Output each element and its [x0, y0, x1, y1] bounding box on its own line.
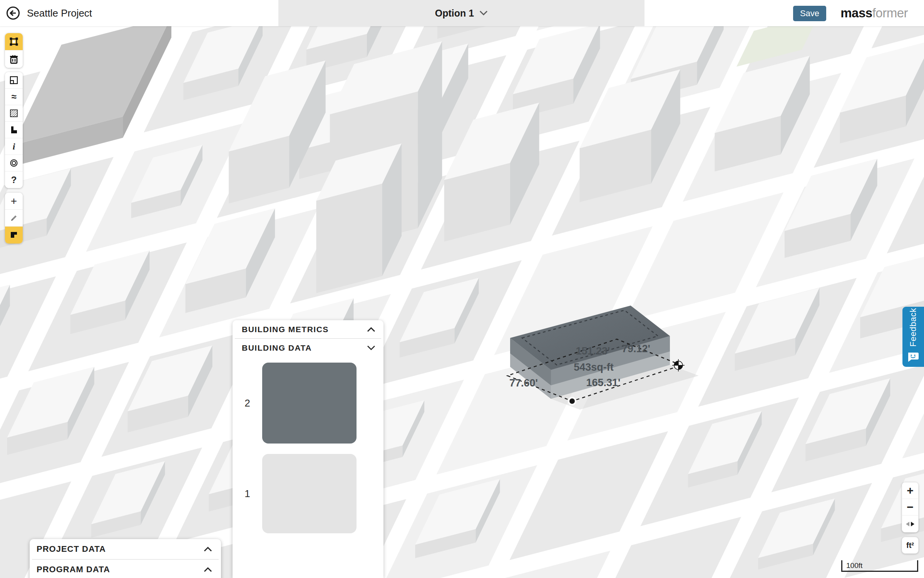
- chevron-up-icon: [203, 567, 213, 572]
- massing-tool-button[interactable]: [5, 227, 23, 244]
- option-selector[interactable]: Option 1: [435, 8, 488, 19]
- building-metrics-header[interactable]: BUILDING METRICS: [233, 320, 383, 338]
- help-icon: ?: [11, 175, 17, 185]
- rotate-arrows-icon: [905, 521, 915, 527]
- zoom-in-button[interactable]: +: [902, 482, 918, 499]
- project-title: Seattle Project: [27, 0, 92, 26]
- project-data-panel: PROJECT DATA PROGRAM DATA: [30, 539, 221, 578]
- help-button[interactable]: ?: [5, 171, 23, 188]
- toolbar-layers-group: ≈ i ?: [5, 72, 23, 188]
- feedback-smiley-icon: [907, 351, 919, 362]
- select-area-icon: [9, 37, 18, 46]
- project-data-title: PROJECT DATA: [37, 544, 106, 554]
- program-data-title: PROGRAM DATA: [37, 565, 110, 575]
- option-label: Option 1: [435, 8, 474, 19]
- zoom-out-button[interactable]: −: [902, 499, 918, 516]
- measurement-left-depth: 77.60': [509, 377, 538, 389]
- footprint-icon: [10, 126, 18, 134]
- scale-label: 100ft: [846, 561, 862, 570]
- app-logo: massformer: [840, 0, 908, 26]
- floor-stack: 2 1: [233, 363, 383, 544]
- vertex-handle[interactable]: [569, 398, 576, 405]
- hatch-tool-button[interactable]: [5, 105, 23, 122]
- floor-number: 2: [233, 397, 262, 409]
- building-panel: BUILDING METRICS BUILDING DATA 2 1: [233, 320, 383, 578]
- measurement-right-depth: 79.12': [622, 343, 650, 355]
- draw-pencil-icon: [10, 214, 18, 222]
- toolbar-create-group: +: [5, 193, 23, 244]
- chevron-up-icon: [203, 546, 213, 552]
- approximate-icon: ≈: [11, 92, 16, 101]
- option-switcher-band: Option 1: [278, 0, 644, 26]
- floor-swatch-selected[interactable]: [262, 363, 357, 444]
- units-toggle-button[interactable]: ft²: [902, 537, 919, 554]
- building-data-title: BUILDING DATA: [242, 343, 312, 353]
- building-data-header[interactable]: BUILDING DATA: [233, 339, 383, 357]
- add-icon: +: [11, 196, 17, 207]
- hatch-icon: [10, 109, 18, 118]
- floor-row-2: 2: [233, 363, 383, 444]
- trash-icon: [10, 55, 18, 64]
- footprint-tool-button[interactable]: [5, 122, 23, 138]
- back-button[interactable]: [6, 6, 20, 20]
- project-data-header[interactable]: PROJECT DATA: [30, 539, 221, 559]
- feedback-label: Feedback: [908, 308, 918, 347]
- target-tool-button[interactable]: [5, 155, 23, 171]
- map-viewport[interactable]: [0, 0, 924, 578]
- logo-light-part: former: [872, 6, 908, 20]
- measurement-bottom-width: 165.31': [586, 377, 620, 389]
- save-button[interactable]: Save: [793, 6, 826, 21]
- add-button[interactable]: +: [5, 193, 23, 210]
- toolbar-edit-group: [5, 33, 23, 68]
- back-arrow-icon: [6, 6, 20, 20]
- chevron-down-icon: [479, 10, 488, 16]
- program-data-header[interactable]: PROGRAM DATA: [30, 560, 221, 578]
- draw-button[interactable]: [5, 210, 23, 227]
- app: 151.23' 79.12' 543sq-ft 77.60' 165.31' O…: [0, 0, 924, 578]
- floor-number: 1: [233, 488, 262, 500]
- map-nav-controls: + −: [902, 482, 919, 533]
- parcel-tool-button[interactable]: [5, 72, 23, 89]
- top-bar: Option 1 Seattle Project Save massformer: [0, 0, 924, 26]
- measurement-floor-area: 543sq-ft: [574, 361, 614, 373]
- parcel-icon: [10, 76, 18, 84]
- chevron-up-icon: [367, 327, 376, 332]
- building-metrics-title: BUILDING METRICS: [242, 325, 329, 334]
- select-area-button[interactable]: [5, 33, 23, 50]
- info-icon: i: [13, 142, 15, 151]
- measurement-top-width: 151.23': [576, 345, 610, 357]
- delete-button[interactable]: [5, 50, 23, 68]
- floor-row-1: 1: [233, 454, 383, 533]
- feedback-tab[interactable]: Feedback: [902, 307, 924, 367]
- floor-swatch[interactable]: [262, 454, 357, 533]
- target-icon: [10, 159, 18, 167]
- rotate-button[interactable]: [902, 516, 918, 532]
- logo-bold-part: mass: [840, 6, 872, 20]
- approximate-tool-button[interactable]: ≈: [5, 89, 23, 105]
- chevron-down-icon: [367, 345, 376, 351]
- massing-steps-icon: [10, 231, 18, 239]
- map-scale-bar: 100ft: [841, 560, 918, 572]
- info-button[interactable]: i: [5, 138, 23, 155]
